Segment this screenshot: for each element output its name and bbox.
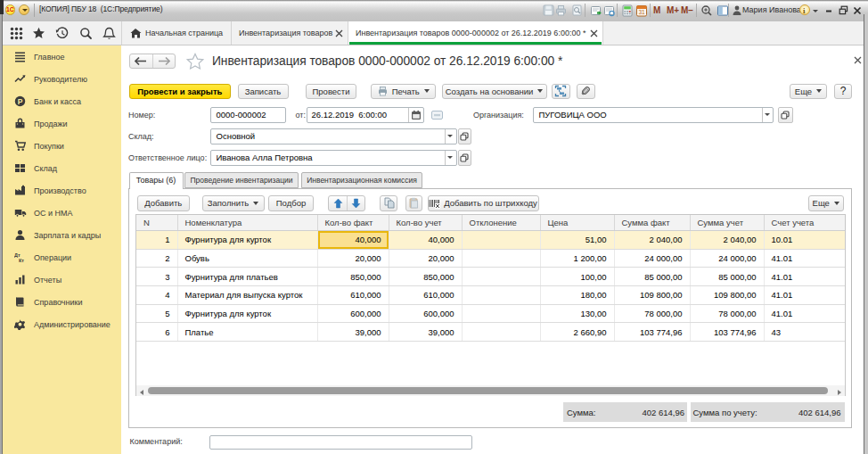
svg-text:Кт: Кт xyxy=(19,258,24,263)
svg-text:Дт: Дт xyxy=(14,252,20,258)
svg-text:P: P xyxy=(18,97,23,106)
svg-text:31: 31 xyxy=(638,9,645,15)
